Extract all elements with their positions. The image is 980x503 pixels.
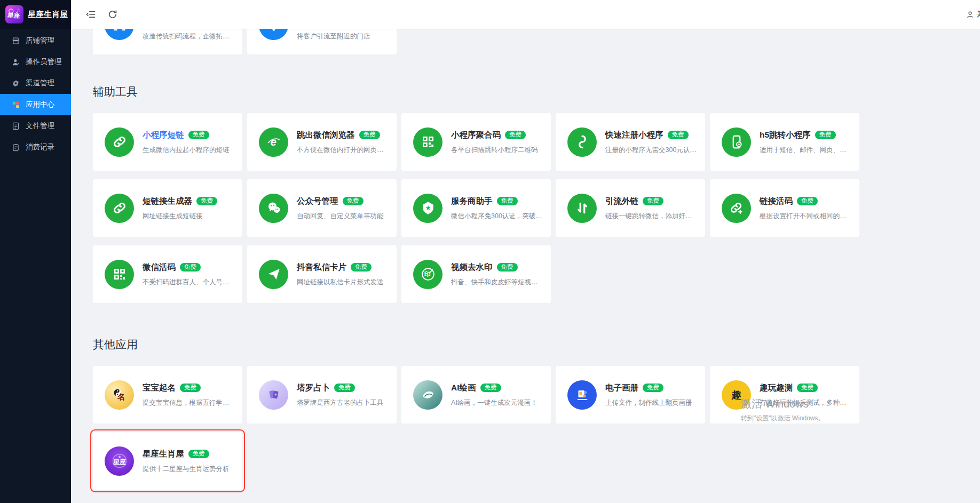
app-card[interactable]: 快速注册小程序 免费 注册的小程序无需交300元认证费 xyxy=(556,113,705,171)
shop-icon xyxy=(11,36,20,45)
app-card-title: 跳出微信浏览器 xyxy=(297,130,355,141)
free-badge: 免费 xyxy=(180,384,201,393)
app-card-desc: 塔罗牌是西方古老的占卜工具 xyxy=(297,398,384,408)
miniprogram-icon xyxy=(567,127,597,157)
app-card-title: AI绘画 xyxy=(451,382,476,394)
app-card-partial[interactable]: 改造传统扫码流程，企微拓客引... xyxy=(93,29,242,54)
app-card-desc: 不受扫码进群百人、个人号被动... xyxy=(143,278,235,287)
sidebar-item-label: 操作员管理 xyxy=(26,57,62,67)
app-card-desc: 生成微信内拉起小程序的短链 xyxy=(143,146,230,155)
app-card[interactable]: 小程序短链 免费 生成微信内拉起小程序的短链 xyxy=(93,113,242,171)
sidebar-item-label: 应用中心 xyxy=(26,100,54,109)
svg-text:名: 名 xyxy=(116,393,124,401)
free-badge: 免费 xyxy=(480,384,501,393)
yinyang-name-icon: 名 xyxy=(105,380,134,410)
app-card[interactable]: 微信活码 免费 不受扫码进群百人、个人号被动... xyxy=(93,245,242,303)
app-card[interactable]: 星座★ 星座生肖屋 免费 提供十二星座与生肖运势分析 xyxy=(93,432,242,490)
app-card-desc: 提供十二星座与生肖运势分析 xyxy=(143,465,230,474)
app-card-desc: 注册的小程序无需交300元认证费 xyxy=(605,146,698,155)
app-card-title: 链接活码 xyxy=(760,196,793,207)
user-name: 郑 xyxy=(977,10,980,19)
svg-text:印: 印 xyxy=(424,270,430,278)
ie-browser-icon: e xyxy=(259,127,288,157)
sidebar-item[interactable]: 操作员管理 xyxy=(0,51,71,73)
app-card[interactable]: 公众号管理 免费 自动回复、自定义菜单等功能 xyxy=(247,179,397,237)
free-badge: 免费 xyxy=(668,131,689,140)
app-card-title: 服务商助手 xyxy=(451,196,493,207)
app-card-desc: 根据设置打开不同或相同的链接 xyxy=(760,212,852,221)
ai-paint-icon xyxy=(413,380,442,410)
free-badge: 免费 xyxy=(505,131,526,140)
svg-text:e: e xyxy=(270,136,276,148)
app-card-desc: 有趣好玩的娱乐测试，多种样式... xyxy=(760,398,852,408)
app-card-title: 视频去水印 xyxy=(451,262,493,273)
app-card-title: 小程序短链 xyxy=(143,130,184,141)
app-card[interactable]: 趣 趣玩趣测 免费 有趣好玩的娱乐测试，多种样式... xyxy=(710,366,859,424)
operator-icon xyxy=(11,58,20,67)
section-title: 辅助工具 xyxy=(93,84,980,99)
app-card[interactable]: 引流外链 免费 链接一键跳转微信，添加好友、... xyxy=(556,179,705,237)
app-card-title: 趣玩趣测 xyxy=(760,382,793,394)
refresh-icon[interactable] xyxy=(107,9,118,20)
free-badge: 免费 xyxy=(180,263,201,272)
app-card-partial[interactable]: 将客户引流至附近的门店 xyxy=(247,29,397,54)
menu-fold-icon[interactable] xyxy=(85,9,96,20)
card-grid: 小程序短链 免费 生成微信内拉起小程序的短链 e 跳出微信浏览器 免费 不方便在… xyxy=(93,113,980,303)
sidebar-item[interactable]: 消费记录 xyxy=(0,137,71,158)
app-card[interactable]: 印 视频去水印 免费 抖音、快手和皮皮虾等短视频去... xyxy=(401,245,551,303)
free-badge: 免费 xyxy=(797,197,818,206)
app-card-desc: 提交宝宝信息，根据五行学推荐... xyxy=(143,398,235,408)
app-card[interactable]: 塔罗占卜 免费 塔罗牌是西方古老的占卜工具 xyxy=(247,366,397,424)
svg-text:星座: 星座 xyxy=(7,12,20,19)
app-card-title: 公众号管理 xyxy=(297,196,338,207)
app-card-title: 抖音私信卡片 xyxy=(297,262,346,273)
stamp-icon: 印 xyxy=(413,260,442,289)
app-card[interactable]: ★ 服务商助手 免费 微信小程序免300认证，突破管理... xyxy=(401,179,551,237)
sidebar-item[interactable]: 应用中心 xyxy=(0,94,71,115)
free-badge: 免费 xyxy=(351,263,372,272)
app-card[interactable]: 名 宝宝起名 免费 提交宝宝信息，根据五行学推荐... xyxy=(93,366,242,424)
user-icon xyxy=(966,10,975,19)
app-card[interactable]: 小程序聚合码 免费 各平台扫描跳转小程序二维码 xyxy=(401,113,551,171)
partial-card-row: 改造传统扫码流程，企微拓客引... 将客户引流至附近的门店 xyxy=(93,29,980,54)
app-card-desc: 将客户引流至附近的门店 xyxy=(297,32,370,41)
app-card[interactable]: AI绘画 免费 AI绘画，一键生成次元漫画！ xyxy=(401,366,551,424)
sidebar-item[interactable]: 文件管理 xyxy=(0,115,71,137)
app-card[interactable]: h5跳转小程序 免费 适用于短信、邮件、网页、微信... xyxy=(710,113,859,171)
app-logo[interactable]: 星座☆ 星座生肖屋 xyxy=(0,0,71,29)
app-card[interactable]: e 跳出微信浏览器 免费 不方便在微信内打开的网页，跳... xyxy=(247,113,397,171)
zodiac-logo-icon: 星座☆ xyxy=(5,5,23,23)
app-card-title: 宝宝起名 xyxy=(143,382,176,394)
svg-text:☆: ☆ xyxy=(17,7,21,13)
appcenter-icon xyxy=(11,100,20,109)
free-badge: 免费 xyxy=(334,384,355,393)
sidebar-item-label: 渠道管理 xyxy=(26,78,54,88)
sidebar-item[interactable]: 渠道管理 xyxy=(0,73,71,94)
tarot-icon xyxy=(259,380,288,410)
badge-star-icon: ★ xyxy=(413,194,442,223)
svg-text:★: ★ xyxy=(425,204,431,212)
app-card[interactable]: 链接活码 免费 根据设置打开不同或相同的链接 xyxy=(710,179,859,237)
svg-text:★: ★ xyxy=(117,454,121,459)
wechat-icon xyxy=(259,194,288,223)
link-plus-icon xyxy=(722,194,751,223)
app-title: 星座生肖屋 xyxy=(28,10,68,20)
app-card-title: 电子画册 xyxy=(605,382,638,394)
app-card-desc: 网址链接以私信卡片形式发送 xyxy=(297,278,384,287)
app-card-desc: AI绘画，一键生成次元漫画！ xyxy=(451,398,538,408)
arrows-icon xyxy=(567,194,597,223)
app-card[interactable]: 短链接生成器 免费 网址链接生成短链接 xyxy=(93,179,242,237)
app-card[interactable]: 电子画册 免费 上传文件，制作线上翻页画册 xyxy=(556,366,705,424)
app-card-title: 快速注册小程序 xyxy=(605,130,663,141)
app-card-desc: 改造传统扫码流程，企微拓客引... xyxy=(143,32,235,41)
qr-code-icon xyxy=(413,127,442,157)
zodiac-icon: 星座★ xyxy=(105,446,134,476)
app-section: 辅助工具 小程序短链 免费 生成微信内拉起小程序的短链 e 跳出微信浏览器 免费… xyxy=(93,84,980,303)
free-badge: 免费 xyxy=(497,197,518,206)
sidebar-item[interactable]: 店铺管理 xyxy=(0,30,71,51)
user-menu[interactable]: 郑 xyxy=(966,10,980,19)
free-badge: 免费 xyxy=(188,131,209,140)
app-card-title: 塔罗占卜 xyxy=(297,382,330,394)
link-icon xyxy=(105,127,134,157)
app-card[interactable]: 抖音私信卡片 免费 网址链接以私信卡片形式发送 xyxy=(247,245,397,303)
